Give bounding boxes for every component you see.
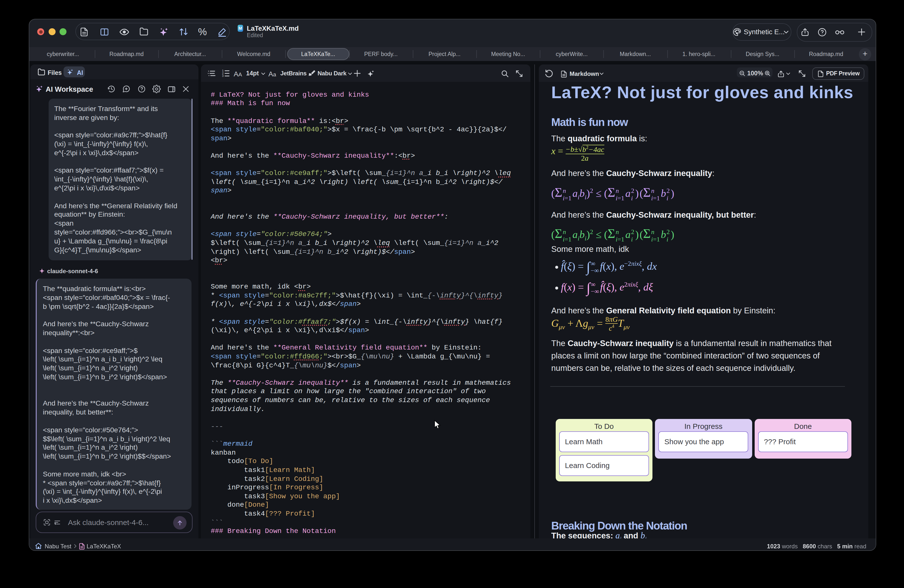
svg-text:3: 3 [222, 74, 223, 77]
